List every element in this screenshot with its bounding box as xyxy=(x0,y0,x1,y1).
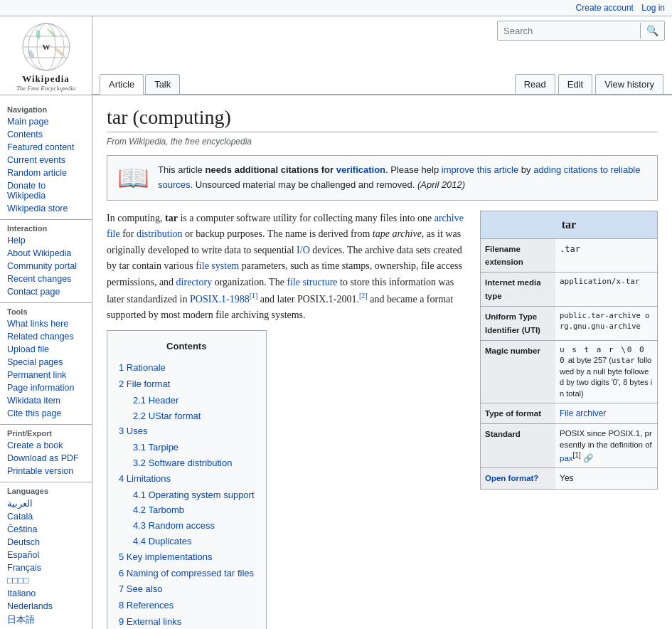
tab-article[interactable]: Article xyxy=(100,74,144,95)
infobox-row-open: Open format? Yes xyxy=(481,467,657,488)
sidebar-lang-nederlands[interactable]: Nederlands xyxy=(0,600,92,613)
infobox-title: tar xyxy=(481,211,657,238)
tab-view-history[interactable]: View history xyxy=(595,74,663,94)
infobox: tar Filename extension .tar Internet med… xyxy=(480,211,658,490)
logo-title: Wikipedia xyxy=(22,73,70,85)
log-in-link[interactable]: Log in xyxy=(641,3,665,13)
filesystem-link[interactable]: file system xyxy=(196,260,239,271)
search-bar[interactable]: 🔍 xyxy=(497,21,665,41)
sidebar-print-items: Create a book Download as PDF Printable … xyxy=(0,439,92,477)
sidebar-item-related-changes[interactable]: Related changes xyxy=(0,330,92,343)
sidebar-item-contents[interactable]: Contents xyxy=(0,128,92,141)
io-link[interactable]: I/O xyxy=(297,245,310,255)
infobox-label-uti: Uniform Type Identifier (UTI) xyxy=(481,307,555,340)
sidebar-item-cite[interactable]: Cite this page xyxy=(0,407,92,420)
infobox-label-filename: Filename extension xyxy=(481,239,555,273)
main-content: tar (computing) From Wikipedia, the free… xyxy=(92,95,672,629)
sidebar-lang-arabic[interactable]: العربية xyxy=(0,497,92,510)
sidebar-item-current-events[interactable]: Current events xyxy=(0,154,92,166)
article-body: tar Filename extension .tar Internet med… xyxy=(107,211,658,629)
notice-improve-link[interactable]: improve this article xyxy=(442,164,518,175)
sidebar-item-about[interactable]: About Wikipedia xyxy=(0,247,92,260)
sidebar-lang-cestina[interactable]: Čeština xyxy=(0,523,92,536)
toc-item-8: 8 References xyxy=(119,598,255,614)
tab-talk[interactable]: Talk xyxy=(145,74,180,94)
open-format-link[interactable]: Open format? xyxy=(485,474,538,482)
sidebar-item-help[interactable]: Help xyxy=(0,234,92,247)
toc-item-2: 2 File format xyxy=(119,376,255,393)
sidebar-item-store[interactable]: Wikipedia store xyxy=(0,202,92,215)
search-input[interactable] xyxy=(498,23,640,38)
posix-link[interactable]: POSIX.1-1988 xyxy=(190,294,250,305)
sidebar-lang-deutsch[interactable]: Deutsch xyxy=(0,536,92,549)
directory-link[interactable]: directory xyxy=(176,277,213,287)
toc-item-4: 4 Limitations xyxy=(119,471,255,487)
sidebar-item-what-links[interactable]: What links here xyxy=(0,317,92,330)
infobox-value-magic: u s t a r \0 0 0 at byte 257 (ustar foll… xyxy=(555,341,657,403)
sidebar-interaction-items: Help About Wikipedia Community portal Re… xyxy=(0,234,92,298)
sidebar-tools-items: What links here Related changes Upload f… xyxy=(0,317,92,420)
sidebar-lang-francais[interactable]: Français xyxy=(0,561,92,574)
sidebar-item-random-article[interactable]: Random article xyxy=(0,166,92,179)
sidebar-item-featured-content[interactable]: Featured content xyxy=(0,141,92,154)
toc-subitem-3-2: 3.2 Software distribution xyxy=(119,455,255,471)
tab-edit[interactable]: Edit xyxy=(558,74,592,94)
infobox-value-uti: public.tar-archive org.gnu.gnu-archive xyxy=(555,307,657,340)
toc-subitem-4-1: 4.1 Operating system support xyxy=(119,487,255,503)
sidebar-tools-title: Tools xyxy=(0,302,92,317)
toc-item-7: 7 See also xyxy=(119,581,255,598)
sidebar-item-create-book[interactable]: Create a book xyxy=(0,439,92,452)
sidebar-languages-title: Languages xyxy=(0,482,92,497)
sidebar-item-permanent-link[interactable]: Permanent link xyxy=(0,369,92,381)
file-archiver-link[interactable]: File archiver xyxy=(560,408,606,418)
search-button[interactable]: 🔍 xyxy=(640,23,664,38)
infobox-row-filename: Filename extension .tar xyxy=(481,238,657,273)
toc: Contents 1 Rationale 2 File format 2.1 H… xyxy=(107,330,267,629)
sidebar-lang-italiano[interactable]: Italiano xyxy=(0,587,92,600)
toc-subitem-4-2: 4.2 Tarbomb xyxy=(119,502,255,518)
sidebar-lang-espanol[interactable]: Español xyxy=(0,549,92,561)
nav-tabs: Article Talk Read Edit View history xyxy=(92,41,672,95)
sidebar-item-community-portal[interactable]: Community portal xyxy=(0,260,92,273)
toc-subitem-4-4: 4.4 Duplicates xyxy=(119,534,255,549)
infobox-label-standard: Standard xyxy=(481,424,555,467)
sidebar-item-donate[interactable]: Donate to Wikipedia xyxy=(0,179,92,202)
sidebar-print-title: Print/export xyxy=(0,424,92,439)
sidebar-item-special-pages[interactable]: Special pages xyxy=(0,356,92,369)
svg-text:W: W xyxy=(42,43,50,51)
notice-box: 📖 This article needs additional citation… xyxy=(107,155,658,201)
sidebar-item-main-page[interactable]: Main page xyxy=(0,115,92,128)
sidebar-lang-squares[interactable]: □□□□ xyxy=(0,574,92,587)
infobox-value-type: File archiver xyxy=(555,403,657,423)
toc-item-3: 3 Uses xyxy=(119,423,255,440)
sidebar-item-recent-changes[interactable]: Recent changes xyxy=(0,273,92,285)
tab-read[interactable]: Read xyxy=(515,74,555,94)
sidebar-lang-japanese[interactable]: 日本語 xyxy=(0,613,92,628)
pax-link[interactable]: pax xyxy=(560,454,573,462)
sidebar-language-items: العربية Català Čeština Deutsch Español F… xyxy=(0,497,92,629)
toc-item-9: 9 External links xyxy=(119,614,255,629)
infobox-value-filename: .tar xyxy=(555,239,657,273)
infobox-row-magic: Magic number u s t a r \0 0 0 at byte 25… xyxy=(481,340,657,403)
logo-subtitle: The Free Encyclopedia xyxy=(16,85,76,92)
sidebar-lang-catala[interactable]: Català xyxy=(0,510,92,523)
sidebar-item-contact[interactable]: Contact page xyxy=(0,285,92,298)
top-bar: Create account Log in xyxy=(0,0,672,16)
create-account-link[interactable]: Create account xyxy=(576,3,634,13)
notice-verification-link[interactable]: verification xyxy=(336,164,385,175)
file-structure-link[interactable]: file structure xyxy=(287,277,337,287)
sidebar-item-upload-file[interactable]: Upload file xyxy=(0,343,92,356)
toc-item-5: 5 Key implementations xyxy=(119,549,255,566)
sidebar-item-printable[interactable]: Printable version xyxy=(0,465,92,477)
toc-subitem-2-1: 2.1 Header xyxy=(119,393,255,408)
distribution-link[interactable]: distribution xyxy=(137,228,183,239)
infobox-label-open: Open format? xyxy=(481,468,555,488)
infobox-row-type: Type of format File archiver xyxy=(481,403,657,423)
sidebar-item-wikidata[interactable]: Wikidata item xyxy=(0,394,92,407)
wikipedia-logo[interactable]: W xyxy=(21,22,71,72)
sidebar-nav-title: Navigation xyxy=(0,101,92,115)
sidebar-item-download-pdf[interactable]: Download as PDF xyxy=(0,452,92,465)
sidebar: Navigation Main page Contents Featured c… xyxy=(0,95,92,629)
sidebar-item-page-info[interactable]: Page information xyxy=(0,381,92,394)
page-subtitle: From Wikipedia, the free encyclopedia xyxy=(107,137,658,147)
